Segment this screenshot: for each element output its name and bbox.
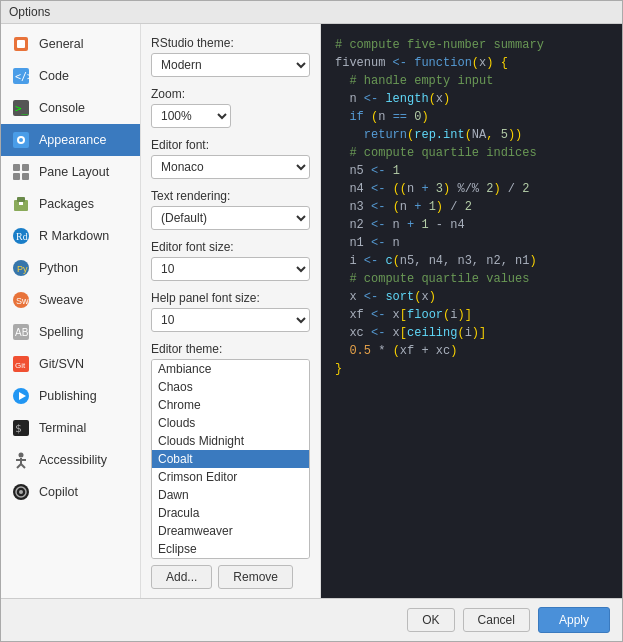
svg-text:ABC: ABC (15, 327, 30, 338)
editor-font-label: Editor font: (151, 138, 310, 152)
code-line-4: # handle empty input (335, 72, 608, 90)
sidebar-item-appearance[interactable]: Appearance (1, 124, 140, 156)
editor-theme-group: Editor theme: Ambiance Chaos Chrome Clou… (151, 342, 310, 589)
sidebar-label-git: Git/SVN (39, 357, 84, 371)
code-preview-panel: # compute five-number summary fivenum <-… (321, 24, 622, 598)
text-rendering-group: Text rendering: (Default) Grayscale Subp… (151, 189, 310, 230)
code-line-15: i <- c(n5, n4, n3, n2, n1) (335, 252, 608, 270)
sweave-icon: Sw (11, 290, 31, 310)
sidebar-label-appearance: Appearance (39, 133, 106, 147)
theme-chaos[interactable]: Chaos (152, 378, 309, 396)
svg-rect-12 (22, 173, 29, 180)
theme-chrome[interactable]: Chrome (152, 396, 309, 414)
code-line-12: n3 <- (n + 1) / 2 (335, 198, 608, 216)
sidebar-label-console: Console (39, 101, 85, 115)
theme-gob[interactable]: Gob (152, 558, 309, 559)
svg-point-8 (19, 138, 23, 142)
sidebar-label-spelling: Spelling (39, 325, 83, 339)
code-line-5: n <- length(x) (335, 90, 608, 108)
code-line-2: fivenum <- function(x) { (335, 54, 608, 72)
svg-rect-1 (17, 40, 25, 48)
theme-dreamweaver[interactable]: Dreamweaver (152, 522, 309, 540)
general-icon (11, 34, 31, 54)
sidebar-label-code: Code (39, 69, 69, 83)
svg-text:>_: >_ (15, 102, 29, 115)
zoom-group: Zoom: 75% 100% 125% 150% (151, 87, 310, 128)
svg-text:Rd: Rd (16, 231, 28, 242)
sidebar-label-publishing: Publishing (39, 389, 97, 403)
help-font-size-label: Help panel font size: (151, 291, 310, 305)
sidebar-label-python: Python (39, 261, 78, 275)
editor-font-select[interactable]: Courier New Monaco Consolas (151, 155, 310, 179)
git-icon: Git (11, 354, 31, 374)
editor-font-size-group: Editor font size: 8 9 10 11 12 14 (151, 240, 310, 281)
sidebar-item-python[interactable]: Py Python (1, 252, 140, 284)
titlebar: Options (1, 1, 622, 24)
sidebar-item-copilot[interactable]: Copilot (1, 476, 140, 508)
console-icon: >_ (11, 98, 31, 118)
pane-icon (11, 162, 31, 182)
theme-cobalt[interactable]: Cobalt (152, 450, 309, 468)
code-line-9: # compute quartile indices (335, 144, 608, 162)
theme-buttons: Add... Remove (151, 565, 310, 589)
svg-point-37 (19, 490, 23, 494)
code-line-18: x <- sort(x) (335, 288, 608, 306)
help-font-size-group: Help panel font size: 8 9 10 11 12 (151, 291, 310, 332)
code-line-11: n4 <- ((n + 3) %/% 2) / 2 (335, 180, 608, 198)
sidebar-item-sweave[interactable]: Sw Sweave (1, 284, 140, 316)
sidebar-item-git[interactable]: Git Git/SVN (1, 348, 140, 380)
sidebar-item-publishing[interactable]: Publishing (1, 380, 140, 412)
publishing-icon (11, 386, 31, 406)
svg-point-30 (19, 453, 24, 458)
code-line-23: } (335, 360, 608, 378)
theme-dracula[interactable]: Dracula (152, 504, 309, 522)
editor-font-size-select[interactable]: 8 9 10 11 12 14 (151, 257, 310, 281)
window-title: Options (9, 5, 50, 19)
sidebar-item-accessibility[interactable]: Accessibility (1, 444, 140, 476)
sidebar-item-code[interactable]: </> Code (1, 60, 140, 92)
cancel-button[interactable]: Cancel (463, 608, 530, 632)
sidebar-item-general[interactable]: General (1, 28, 140, 60)
code-line-6: if (n == 0) (335, 108, 608, 126)
apply-button[interactable]: Apply (538, 607, 610, 633)
code-line-7: return(rep.int(NA, 5)) (335, 126, 608, 144)
sidebar-item-terminal[interactable]: $ Terminal (1, 412, 140, 444)
remove-theme-button[interactable]: Remove (218, 565, 293, 589)
editor-theme-list[interactable]: Ambiance Chaos Chrome Clouds Clouds Midn… (151, 359, 310, 559)
ok-button[interactable]: OK (407, 608, 454, 632)
accessibility-icon (11, 450, 31, 470)
rstudio-theme-label: RStudio theme: (151, 36, 310, 50)
add-theme-button[interactable]: Add... (151, 565, 212, 589)
rstudio-theme-select[interactable]: Classic Modern Sky (151, 53, 310, 77)
editor-theme-label: Editor theme: (151, 342, 310, 356)
theme-eclipse[interactable]: Eclipse (152, 540, 309, 558)
sidebar-item-spelling[interactable]: ABC Spelling (1, 316, 140, 348)
appearance-icon (11, 130, 31, 150)
sidebar-label-copilot: Copilot (39, 485, 78, 499)
text-rendering-select[interactable]: (Default) Grayscale Subpixel (151, 206, 310, 230)
sidebar-label-accessibility: Accessibility (39, 453, 107, 467)
theme-clouds-midnight[interactable]: Clouds Midnight (152, 432, 309, 450)
code-line-13: n2 <- n + 1 - n4 (335, 216, 608, 234)
sidebar-item-pane-layout[interactable]: Pane Layout (1, 156, 140, 188)
theme-crimson-editor[interactable]: Crimson Editor (152, 468, 309, 486)
spelling-icon: ABC (11, 322, 31, 342)
help-font-size-select[interactable]: 8 9 10 11 12 (151, 308, 310, 332)
text-rendering-label: Text rendering: (151, 189, 310, 203)
theme-clouds[interactable]: Clouds (152, 414, 309, 432)
settings-panel: RStudio theme: Classic Modern Sky Zoom: … (141, 24, 321, 598)
sidebar-item-console[interactable]: >_ Console (1, 92, 140, 124)
sidebar-item-rmarkdown[interactable]: Rd R Markdown (1, 220, 140, 252)
theme-ambiance[interactable]: Ambiance (152, 360, 309, 378)
rmarkdown-icon: Rd (11, 226, 31, 246)
footer: OK Cancel Apply (1, 598, 622, 641)
svg-rect-10 (22, 164, 29, 171)
theme-dawn[interactable]: Dawn (152, 486, 309, 504)
zoom-select[interactable]: 75% 100% 125% 150% (151, 104, 231, 128)
svg-text:Sw: Sw (16, 296, 29, 306)
code-line-21: 0.5 * (xf + xc) (335, 342, 608, 360)
zoom-label: Zoom: (151, 87, 310, 101)
sidebar-item-packages[interactable]: Packages (1, 188, 140, 220)
svg-text:$: $ (15, 422, 22, 435)
svg-rect-14 (17, 197, 25, 202)
